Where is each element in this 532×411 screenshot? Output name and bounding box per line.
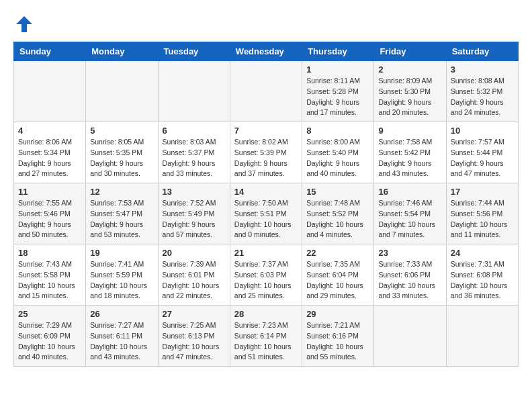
calendar-cell: 6Sunrise: 8:03 AMSunset: 5:37 PMDaylight… (158, 122, 230, 183)
day-info: Sunrise: 7:57 AMSunset: 5:44 PMDaylight:… (451, 137, 514, 179)
day-number: 1 (306, 64, 369, 75)
page-header (13, 13, 519, 35)
day-info: Sunrise: 7:55 AMSunset: 5:46 PMDaylight:… (18, 198, 81, 240)
day-number: 10 (451, 126, 514, 136)
calendar-cell: 18Sunrise: 7:43 AMSunset: 5:58 PMDayligh… (14, 244, 86, 306)
calendar-cell: 23Sunrise: 7:33 AMSunset: 6:06 PMDayligh… (374, 244, 446, 306)
day-number: 11 (18, 187, 81, 197)
weekday-header-monday: Monday (86, 42, 158, 61)
calendar-week-row: 18Sunrise: 7:43 AMSunset: 5:58 PMDayligh… (14, 244, 519, 306)
logo (13, 13, 39, 35)
day-info: Sunrise: 7:25 AMSunset: 6:13 PMDaylight:… (163, 320, 226, 363)
calendar-cell: 12Sunrise: 7:53 AMSunset: 5:47 PMDayligh… (86, 183, 158, 244)
day-info: Sunrise: 8:06 AMSunset: 5:34 PMDaylight:… (18, 137, 81, 179)
day-info: Sunrise: 8:00 AMSunset: 5:40 PMDaylight:… (306, 137, 369, 179)
day-info: Sunrise: 7:53 AMSunset: 5:47 PMDaylight:… (90, 198, 153, 240)
day-number: 2 (378, 64, 441, 75)
day-number: 22 (306, 248, 369, 258)
calendar-cell (230, 61, 302, 122)
day-info: Sunrise: 7:46 AMSunset: 5:54 PMDaylight:… (378, 198, 441, 240)
calendar-cell: 1Sunrise: 8:11 AMSunset: 5:28 PMDaylight… (302, 61, 374, 122)
calendar-cell: 10Sunrise: 7:57 AMSunset: 5:44 PMDayligh… (446, 122, 518, 183)
day-info: Sunrise: 7:35 AMSunset: 6:04 PMDaylight:… (306, 259, 369, 302)
day-info: Sunrise: 8:09 AMSunset: 5:30 PMDaylight:… (378, 76, 441, 118)
day-number: 9 (378, 126, 441, 136)
day-info: Sunrise: 8:03 AMSunset: 5:37 PMDaylight:… (163, 137, 226, 179)
calendar-cell: 21Sunrise: 7:37 AMSunset: 6:03 PMDayligh… (230, 244, 302, 306)
calendar-cell: 25Sunrise: 7:29 AMSunset: 6:09 PMDayligh… (14, 306, 86, 367)
weekday-header-thursday: Thursday (302, 42, 374, 61)
weekday-header-saturday: Saturday (446, 42, 518, 61)
day-info: Sunrise: 7:31 AMSunset: 6:08 PMDaylight:… (451, 259, 514, 302)
calendar-week-row: 25Sunrise: 7:29 AMSunset: 6:09 PMDayligh… (14, 306, 519, 367)
day-info: Sunrise: 7:27 AMSunset: 6:11 PMDaylight:… (90, 320, 153, 363)
calendar-cell: 14Sunrise: 7:50 AMSunset: 5:51 PMDayligh… (230, 183, 302, 244)
calendar-cell: 29Sunrise: 7:21 AMSunset: 6:16 PMDayligh… (302, 306, 374, 367)
calendar-cell: 2Sunrise: 8:09 AMSunset: 5:30 PMDaylight… (374, 61, 446, 122)
day-info: Sunrise: 7:33 AMSunset: 6:06 PMDaylight:… (378, 259, 441, 302)
calendar-cell: 22Sunrise: 7:35 AMSunset: 6:04 PMDayligh… (302, 244, 374, 306)
day-number: 27 (163, 309, 226, 319)
calendar-cell: 16Sunrise: 7:46 AMSunset: 5:54 PMDayligh… (374, 183, 446, 244)
day-info: Sunrise: 7:23 AMSunset: 6:14 PMDaylight:… (234, 320, 298, 363)
weekday-header-friday: Friday (374, 42, 446, 61)
day-number: 3 (451, 64, 514, 75)
weekday-header-tuesday: Tuesday (158, 42, 230, 61)
day-number: 29 (306, 309, 369, 319)
calendar-cell (86, 61, 158, 122)
day-number: 25 (18, 309, 81, 319)
calendar-cell (14, 61, 86, 122)
day-info: Sunrise: 7:43 AMSunset: 5:58 PMDaylight:… (18, 259, 81, 302)
day-info: Sunrise: 7:29 AMSunset: 6:09 PMDaylight:… (18, 320, 81, 363)
day-number: 4 (18, 126, 81, 136)
day-number: 26 (90, 309, 153, 319)
day-number: 17 (451, 187, 514, 197)
logo-icon (13, 13, 35, 35)
calendar-cell: 5Sunrise: 8:05 AMSunset: 5:35 PMDaylight… (86, 122, 158, 183)
day-info: Sunrise: 7:52 AMSunset: 5:49 PMDaylight:… (163, 198, 226, 240)
day-number: 28 (234, 309, 298, 319)
calendar-cell: 4Sunrise: 8:06 AMSunset: 5:34 PMDaylight… (14, 122, 86, 183)
calendar-cell (374, 306, 446, 367)
day-number: 6 (163, 126, 226, 136)
day-info: Sunrise: 7:58 AMSunset: 5:42 PMDaylight:… (378, 137, 441, 179)
calendar-cell: 13Sunrise: 7:52 AMSunset: 5:49 PMDayligh… (158, 183, 230, 244)
day-number: 14 (234, 187, 298, 197)
day-number: 21 (234, 248, 298, 258)
day-info: Sunrise: 7:39 AMSunset: 6:01 PMDaylight:… (163, 259, 226, 302)
calendar-cell: 7Sunrise: 8:02 AMSunset: 5:39 PMDaylight… (230, 122, 302, 183)
day-number: 8 (306, 126, 369, 136)
day-info: Sunrise: 7:48 AMSunset: 5:52 PMDaylight:… (306, 198, 369, 240)
day-info: Sunrise: 8:11 AMSunset: 5:28 PMDaylight:… (306, 76, 369, 118)
day-info: Sunrise: 7:41 AMSunset: 5:59 PMDaylight:… (90, 259, 153, 302)
day-number: 18 (18, 248, 81, 258)
day-number: 7 (234, 126, 298, 136)
calendar-cell: 9Sunrise: 7:58 AMSunset: 5:42 PMDaylight… (374, 122, 446, 183)
day-number: 15 (306, 187, 369, 197)
day-info: Sunrise: 8:08 AMSunset: 5:32 PMDaylight:… (451, 76, 514, 118)
day-number: 13 (163, 187, 226, 197)
day-info: Sunrise: 7:21 AMSunset: 6:16 PMDaylight:… (306, 320, 369, 363)
calendar-cell: 8Sunrise: 8:00 AMSunset: 5:40 PMDaylight… (302, 122, 374, 183)
calendar-week-row: 1Sunrise: 8:11 AMSunset: 5:28 PMDaylight… (14, 61, 519, 122)
calendar-cell: 15Sunrise: 7:48 AMSunset: 5:52 PMDayligh… (302, 183, 374, 244)
calendar-cell: 20Sunrise: 7:39 AMSunset: 6:01 PMDayligh… (158, 244, 230, 306)
day-number: 12 (90, 187, 153, 197)
calendar-cell: 17Sunrise: 7:44 AMSunset: 5:56 PMDayligh… (446, 183, 518, 244)
weekday-header-wednesday: Wednesday (230, 42, 302, 61)
calendar-table: SundayMondayTuesdayWednesdayThursdayFrid… (13, 42, 519, 367)
day-number: 23 (378, 248, 441, 258)
calendar-cell: 28Sunrise: 7:23 AMSunset: 6:14 PMDayligh… (230, 306, 302, 367)
day-info: Sunrise: 7:44 AMSunset: 5:56 PMDaylight:… (451, 198, 514, 240)
day-number: 16 (378, 187, 441, 197)
calendar-cell: 19Sunrise: 7:41 AMSunset: 5:59 PMDayligh… (86, 244, 158, 306)
calendar-week-row: 4Sunrise: 8:06 AMSunset: 5:34 PMDaylight… (14, 122, 519, 183)
day-info: Sunrise: 7:37 AMSunset: 6:03 PMDaylight:… (234, 259, 298, 302)
day-number: 5 (90, 126, 153, 136)
day-info: Sunrise: 8:05 AMSunset: 5:35 PMDaylight:… (90, 137, 153, 179)
weekday-header-row: SundayMondayTuesdayWednesdayThursdayFrid… (14, 42, 519, 61)
day-number: 20 (163, 248, 226, 258)
calendar-week-row: 11Sunrise: 7:55 AMSunset: 5:46 PMDayligh… (14, 183, 519, 244)
day-info: Sunrise: 8:02 AMSunset: 5:39 PMDaylight:… (234, 137, 298, 179)
calendar-cell: 27Sunrise: 7:25 AMSunset: 6:13 PMDayligh… (158, 306, 230, 367)
